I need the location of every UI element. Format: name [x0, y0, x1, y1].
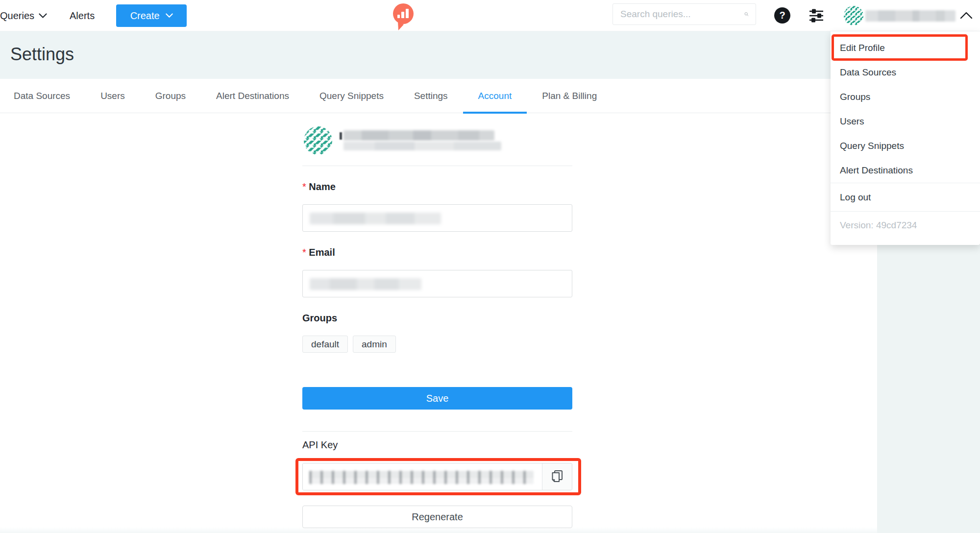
- page-title: Settings: [10, 44, 74, 65]
- account-form: Name Email Groups default admin Save API…: [302, 0, 572, 533]
- user-dropdown-menu: Edit Profile Data Sources Groups Users Q…: [831, 31, 980, 245]
- search-box: [612, 3, 756, 25]
- tab-data-sources[interactable]: Data Sources: [14, 79, 70, 113]
- redacted-profile-name: [343, 130, 494, 141]
- redacted-name-value: [310, 213, 441, 224]
- copy-api-key-button[interactable]: [542, 463, 572, 490]
- email-label: Email: [302, 247, 335, 258]
- name-field[interactable]: [302, 204, 572, 232]
- help-icon[interactable]: ?: [774, 7, 790, 24]
- email-field[interactable]: [302, 270, 572, 297]
- create-button-label: Create: [130, 10, 160, 22]
- search-input[interactable]: [613, 9, 744, 20]
- group-tag-admin[interactable]: admin: [353, 336, 396, 353]
- regenerate-button[interactable]: Regenerate: [302, 506, 572, 528]
- menu-item-alert-destinations[interactable]: Alert Destinations: [831, 158, 980, 183]
- nav-queries[interactable]: Queries: [0, 10, 47, 22]
- nav-alerts[interactable]: Alerts: [70, 10, 95, 22]
- api-key-group: [302, 463, 572, 490]
- group-tag-default[interactable]: default: [302, 336, 348, 353]
- top-navbar: Queries Alerts Create ?: [0, 0, 980, 31]
- profile-avatar: [304, 126, 332, 155]
- menu-item-log-out[interactable]: Log out: [831, 183, 980, 211]
- redacted-api-key: [309, 471, 534, 484]
- redacted-username: [865, 10, 956, 22]
- redacted-profile-name: [340, 132, 342, 140]
- search-icon[interactable]: [744, 9, 749, 20]
- chevron-up-icon[interactable]: [959, 10, 973, 22]
- name-label: Name: [302, 181, 336, 193]
- menu-item-query-snippets[interactable]: Query Snippets: [831, 134, 980, 158]
- nav-alerts-label: Alerts: [70, 10, 95, 22]
- menu-item-users[interactable]: Users: [831, 109, 980, 134]
- create-button[interactable]: Create: [116, 4, 187, 27]
- redacted-email-value: [310, 278, 421, 290]
- chevron-down-icon: [166, 13, 173, 18]
- redacted-profile-email: [343, 142, 501, 150]
- groups-label: Groups: [302, 313, 337, 324]
- divider: [302, 166, 572, 166]
- menu-item-groups[interactable]: Groups: [831, 85, 980, 109]
- groups-tags: default admin: [302, 336, 396, 353]
- settings-sliders-icon[interactable]: [808, 8, 824, 24]
- divider: [302, 431, 572, 432]
- redash-logo[interactable]: [392, 3, 415, 31]
- copy-icon: [551, 470, 564, 484]
- save-button[interactable]: Save: [302, 387, 572, 410]
- tab-users[interactable]: Users: [100, 79, 125, 113]
- api-key-field[interactable]: [303, 463, 542, 490]
- api-key-label: API Key: [302, 439, 338, 451]
- tab-groups[interactable]: Groups: [155, 79, 186, 113]
- chevron-down-icon: [39, 13, 47, 19]
- version-label: Version: 49cd7234: [831, 212, 980, 239]
- menu-item-edit-profile[interactable]: Edit Profile: [831, 36, 980, 60]
- menu-item-data-sources[interactable]: Data Sources: [831, 60, 980, 85]
- nav-queries-label: Queries: [0, 10, 34, 22]
- tab-alert-destinations[interactable]: Alert Destinations: [216, 79, 289, 113]
- user-avatar[interactable]: [844, 6, 863, 25]
